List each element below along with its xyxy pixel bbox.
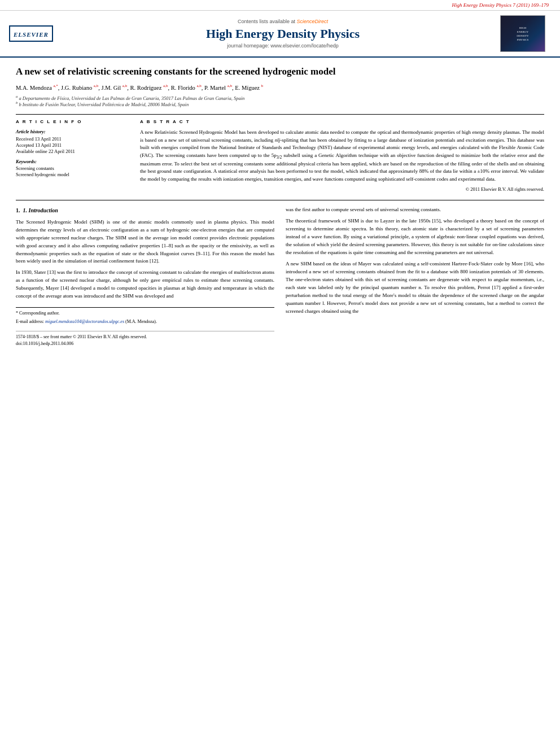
journal-title-area: Contents lists available at ScienceDirec… xyxy=(71,19,495,49)
right-para-2: The theoretical framework of SHM is due … xyxy=(286,217,544,257)
keyword-1: Screening constants xyxy=(16,165,129,171)
authors-line: M.A. Mendoza a,*, J.G. Rubiano a,b, J.M.… xyxy=(16,84,544,91)
keywords-block: Keywords: Screening constants Screened h… xyxy=(16,159,129,177)
journal-citation-strip: High Energy Density Physics 7 (2011) 169… xyxy=(0,0,560,11)
journal-header: ELSEVIER Contents lists available at Sci… xyxy=(0,11,560,58)
affiliations: a a Departamento de Física, Universidad … xyxy=(16,94,544,108)
corresponding-author-note: * Corresponding author. xyxy=(16,310,274,317)
main-content: A new set of relativistic screening cons… xyxy=(0,58,560,359)
accepted-date: Accepted 13 April 2011 xyxy=(16,142,129,148)
affiliation-a: a a Departamento de Física, Universidad … xyxy=(16,94,544,101)
abstract-label: A B S T R A C T xyxy=(140,119,544,124)
issn-line: 1574-1818/$ – see front matter © 2011 El… xyxy=(16,334,274,340)
body-section: 1. 1. Introduction The Screened Hydrogen… xyxy=(16,206,544,347)
elsevier-logo-area: ELSEVIER xyxy=(9,25,65,42)
abstract-text: A new Relativistic Screened Hydrogenic M… xyxy=(140,129,544,183)
journal-citation-text: High Energy Density Physics 7 (2011) 169… xyxy=(452,2,549,8)
paper-title: A new set of relativistic screening cons… xyxy=(16,65,544,78)
elsevier-logo-text: ELSEVIER xyxy=(14,31,49,38)
article-info-column: A R T I C L E I N F O Article history: R… xyxy=(16,119,129,192)
available-date: Available online 22 April 2011 xyxy=(16,148,129,154)
right-para-3: A new SHM based on the ideas of Mayer wa… xyxy=(286,260,544,316)
received-date: Received 13 April 2011 xyxy=(16,136,129,142)
bottom-info: 1574-1818/$ – see front matter © 2011 El… xyxy=(16,331,274,348)
footnote-area: * Corresponding author. E-mail address: … xyxy=(16,307,274,325)
intro-para-2: In 1930, Slater [13] was the first to in… xyxy=(16,269,274,300)
sciencedirect-link[interactable]: ScienceDirect xyxy=(297,19,329,24)
keywords-label: Keywords: xyxy=(16,159,129,164)
intro-para-1: The Screened Hydrogenic Model (SHM) is o… xyxy=(16,219,274,266)
abstract-column: A B S T R A C T A new Relativistic Scree… xyxy=(140,119,544,192)
article-history-label: Article history: xyxy=(16,129,129,134)
copyright-line: © 2011 Elsevier B.V. All rights reserved… xyxy=(140,186,544,192)
article-info-abstract-section: A R T I C L E I N F O Article history: R… xyxy=(16,114,544,192)
journal-cover-text: HIGHENERGYDENSITYPHYSICS xyxy=(515,25,530,43)
journal-cover-area: HIGHENERGYDENSITYPHYSICS xyxy=(500,15,551,52)
body-col-left: 1. 1. Introduction The Screened Hydrogen… xyxy=(16,206,274,347)
doi-line: doi:10.1016/j.hedp.2011.04.006 xyxy=(16,340,274,347)
author-email[interactable]: miguel.mendoza104@doctorandos.ulpgc.es xyxy=(45,319,124,324)
article-history-block: Article history: Received 13 April 2011 … xyxy=(16,129,129,154)
section-divider xyxy=(16,200,544,200)
affiliation-b: b b Instituto de Fusión Nuclear, Univers… xyxy=(16,101,544,107)
keyword-2: Screened hydrogenic model xyxy=(16,172,129,177)
right-para-1: was the first author to compute several … xyxy=(286,206,544,214)
body-col-right: was the first author to compute several … xyxy=(286,206,544,347)
sciencedirect-line: Contents lists available at ScienceDirec… xyxy=(71,19,495,24)
journal-homepage: journal homepage: www.elsevier.com/locat… xyxy=(71,43,495,49)
journal-title: High Energy Density Physics xyxy=(71,27,495,41)
article-info-label: A R T I C L E I N F O xyxy=(16,119,129,124)
email-note: E-mail address: miguel.mendoza104@doctor… xyxy=(16,318,274,325)
journal-cover-image: HIGHENERGYDENSITYPHYSICS xyxy=(500,15,545,52)
intro-heading: 1. 1. Introduction xyxy=(16,206,274,215)
elsevier-logo: ELSEVIER xyxy=(9,25,53,42)
